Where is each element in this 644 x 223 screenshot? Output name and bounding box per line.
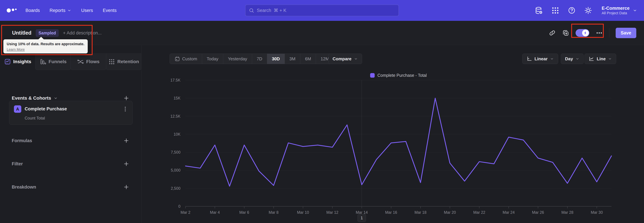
project-name: E-Commerce	[602, 6, 630, 11]
chevron-down-icon	[67, 8, 72, 13]
x-tick-label: Mar 6	[239, 210, 249, 214]
apps-grid-icon[interactable]	[551, 6, 559, 15]
x-tick-label: Mar 10	[297, 210, 309, 214]
x-tick-label: Mar 2	[180, 210, 190, 214]
report-header-right: Save	[549, 21, 636, 45]
add-formulas-button[interactable]	[123, 138, 130, 144]
x-tick-label: Mar 20	[444, 210, 456, 214]
tab-funnels[interactable]: Funnels	[36, 54, 71, 70]
data-management-icon[interactable]	[535, 6, 543, 15]
pagination-page-1[interactable]: 1	[358, 214, 366, 222]
nav-item-users[interactable]: Users	[81, 8, 93, 13]
section-row-formulas: Formulas	[12, 138, 130, 144]
tab-insights[interactable]: Insights	[0, 54, 36, 70]
mixpanel-logo[interactable]	[7, 0, 20, 21]
share-link-icon[interactable]	[549, 29, 556, 37]
section-row-filter: Filter	[12, 161, 130, 167]
event-letter-badge: A	[14, 105, 21, 113]
y-tick-label: 17.5K	[170, 78, 180, 82]
sampling-toggle[interactable]	[576, 29, 589, 37]
report-title[interactable]: Untitled	[12, 30, 31, 36]
section-row-breakdown: Breakdown	[12, 184, 130, 190]
copy-to-board-icon[interactable]	[562, 29, 569, 37]
top-navbar: BoardsReportsUsersEvents E-Commerce All …	[0, 0, 644, 21]
nav-items: BoardsReportsUsersEvents	[26, 0, 116, 21]
event-card[interactable]: A Complete Purchase Count Total	[9, 101, 132, 125]
x-tick-label: Mar 12	[326, 210, 338, 214]
search-icon	[249, 8, 254, 13]
flows-icon	[77, 58, 84, 65]
y-tick-label: 10K	[174, 132, 180, 137]
search-input[interactable]	[257, 8, 395, 13]
add-description[interactable]: + Add description...	[63, 30, 102, 36]
events-header-row: Events & Cohorts	[12, 95, 130, 101]
event-name: Complete Purchase	[25, 106, 67, 112]
x-tick-label: Mar 18	[414, 210, 427, 214]
x-tick-label: Mar 26	[532, 210, 544, 214]
retention-icon	[108, 58, 115, 65]
event-metric[interactable]: Count Total	[25, 116, 45, 121]
section-label: Filter	[12, 161, 23, 167]
search-bar[interactable]	[245, 5, 399, 16]
lightning-bolt-icon	[583, 31, 588, 35]
chevron-down-icon[interactable]	[54, 96, 58, 100]
settings-gear-icon[interactable]	[584, 6, 592, 15]
report-header-bar: Untitled Sampled + Add description... Sa…	[0, 21, 644, 45]
section-label: Formulas	[12, 138, 32, 143]
nav-item-label: Events	[103, 8, 117, 13]
y-tick-label: 7,500	[171, 150, 180, 154]
report-tabs: InsightsFunnelsFlowsRetention	[0, 53, 142, 70]
learn-more-link[interactable]: Learn More	[7, 47, 25, 51]
x-tick-label: Mar 16	[385, 210, 397, 214]
y-tick-label: 0	[178, 204, 180, 208]
y-tick-label: 5,000	[171, 168, 180, 172]
y-tick-label: 15K	[174, 96, 180, 100]
tab-flows[interactable]: Flows	[70, 54, 106, 70]
nav-item-label: Boards	[26, 8, 40, 13]
add-filter-button[interactable]	[123, 161, 130, 167]
tab-label: Retention	[118, 59, 139, 64]
add-breakdown-button[interactable]	[123, 184, 130, 190]
nav-item-reports[interactable]: Reports	[50, 8, 72, 13]
tab-retention[interactable]: Retention	[106, 54, 142, 70]
nav-item-events[interactable]: Events	[103, 8, 117, 13]
save-button[interactable]: Save	[616, 28, 636, 38]
funnels-icon	[40, 58, 46, 65]
insights-icon	[4, 58, 11, 65]
help-icon[interactable]	[568, 6, 576, 15]
events-header: Events & Cohorts	[12, 95, 51, 101]
tab-label: Funnels	[49, 59, 66, 64]
project-scope: All Project Data	[602, 11, 630, 15]
add-event-button[interactable]	[123, 95, 130, 101]
series-line	[186, 98, 612, 186]
tab-label: Flows	[86, 59, 100, 64]
header-divider	[609, 28, 609, 38]
sampled-badge[interactable]: Sampled	[36, 29, 58, 37]
tab-label: Insights	[13, 59, 31, 64]
nav-item-label: Users	[81, 8, 93, 13]
section-label: Breakdown	[12, 184, 36, 190]
event-menu-icon[interactable]	[122, 106, 129, 113]
tooltip-caret	[38, 37, 44, 40]
x-tick-label: Mar 28	[561, 210, 574, 214]
sampling-toggle-knob	[582, 30, 589, 36]
project-switcher[interactable]: E-Commerce All Project Data	[602, 6, 637, 16]
chart-area: CustomTodayYesterday7D30D3M6M12M Compare…	[142, 45, 644, 223]
chart-canvas[interactable]: 17.5K15K12.5K10K7,5005,0002,5000Mar 2Mar…	[142, 45, 644, 223]
x-tick-label: Mar 22	[473, 210, 485, 214]
y-tick-label: 2,500	[171, 186, 180, 191]
y-tick-label: 12.5K	[170, 114, 180, 119]
nav-right: E-Commerce All Project Data	[535, 0, 637, 21]
nav-item-label: Reports	[50, 8, 66, 13]
query-builder-sidebar: InsightsFunnelsFlowsRetention Events & C…	[0, 45, 142, 223]
x-tick-label: Mar 30	[591, 210, 603, 214]
more-options-icon[interactable]	[596, 29, 603, 37]
x-tick-label: Mar 24	[502, 210, 515, 214]
x-tick-label: Mar 8	[269, 210, 278, 214]
nav-item-boards[interactable]: Boards	[26, 8, 40, 13]
tooltip-message: Using 10% of data. Results are approxima…	[7, 42, 84, 46]
chevron-down-icon	[632, 8, 637, 13]
sampling-tooltip: Using 10% of data. Results are approxima…	[3, 39, 88, 53]
x-tick-label: Mar 4	[210, 210, 220, 214]
